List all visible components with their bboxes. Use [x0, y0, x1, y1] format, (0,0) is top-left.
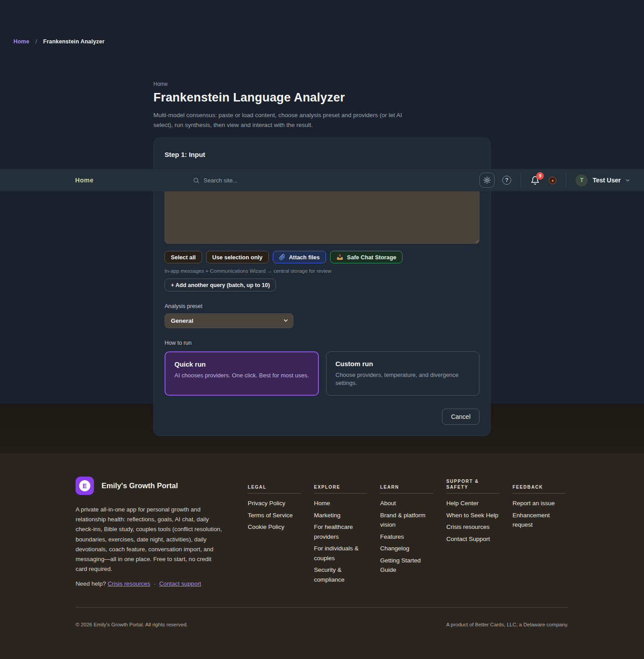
- run-mode-row: Quick run AI chooses providers. One clic…: [165, 351, 479, 396]
- safe-chat-storage-label: Safe Chat Storage: [347, 254, 396, 261]
- crisis-resources-link[interactable]: Crisis resources: [108, 580, 150, 587]
- nav-home-link[interactable]: Home: [75, 177, 93, 184]
- footer-link[interactable]: Cookie Policy: [248, 522, 301, 532]
- sun-icon: [483, 177, 491, 184]
- cancel-button[interactable]: Cancel: [442, 409, 479, 425]
- breadcrumb-separator: /: [35, 38, 37, 45]
- attach-files-label: Attach files: [289, 254, 320, 261]
- main-section: Home / Frankenstein Analyzer Home Franke…: [0, 0, 644, 404]
- use-selection-only-button[interactable]: Use selection only: [206, 251, 269, 263]
- brand-name: Emily's Growth Portal: [102, 482, 178, 490]
- footer-columns: LEGAL Privacy Policy Terms of Service Co…: [248, 477, 566, 587]
- attach-files-button[interactable]: Attach files: [273, 251, 326, 263]
- quick-run-description: AI chooses providers. One click. Best fo…: [174, 372, 309, 380]
- navbar-right: ? 9 ▲ T Test User: [479, 173, 631, 188]
- breadcrumb-current: Frankenstein Analyzer: [43, 38, 105, 45]
- brand-logo-initial: E: [79, 480, 90, 491]
- footer-link[interactable]: Help Center: [446, 498, 500, 508]
- help-icon[interactable]: ?: [502, 176, 511, 185]
- footer-link[interactable]: Report an issue: [513, 498, 566, 508]
- footer-link[interactable]: Contact Support: [446, 534, 500, 544]
- alarm-status-icon[interactable]: ▲: [549, 177, 556, 184]
- search-input[interactable]: [203, 177, 391, 184]
- add-query-label: + Add another query (batch, up to 10): [171, 282, 270, 288]
- footer-column-explore: EXPLORE Home Marketing For healthcare pr…: [314, 477, 367, 587]
- footer-column-feedback: FEEDBACK Report an issue Enhancement req…: [513, 477, 566, 587]
- analysis-preset-wrap: General: [165, 313, 293, 328]
- custom-run-title: Custom run: [335, 360, 470, 368]
- need-help-line: Need help? Crisis resources · Contact su…: [76, 580, 224, 587]
- page-title: Frankenstein Language Analyzer: [153, 91, 491, 105]
- custom-run-description: Choose providers, temperature, and diver…: [335, 371, 470, 387]
- footer-link[interactable]: Security & compliance: [314, 565, 367, 584]
- dot-separator: ·: [154, 580, 156, 587]
- breadcrumb: Home / Frankenstein Analyzer: [13, 38, 105, 45]
- storage-note: In-app messages + Communications Wizard …: [165, 268, 479, 274]
- footer-link[interactable]: Features: [380, 532, 433, 542]
- footer-link[interactable]: Home: [314, 498, 367, 508]
- select-all-label: Select all: [171, 254, 196, 261]
- footer-link[interactable]: Brand & platform vision: [380, 511, 433, 530]
- footer-link[interactable]: For individuals & couples: [314, 544, 367, 563]
- page-eyebrow: Home: [153, 81, 491, 87]
- footer-main: E Emily's Growth Portal A private all-in…: [76, 477, 568, 587]
- user-name: Test User: [593, 177, 621, 184]
- footer-column-learn: LEARN About Brand & platform vision Feat…: [380, 477, 433, 587]
- footer-link[interactable]: When to Seek Help: [446, 511, 500, 520]
- footer-link[interactable]: Crisis resources: [446, 522, 500, 532]
- select-all-button[interactable]: Select all: [165, 251, 202, 263]
- footer-bottom-bar: © 2026 Emily's Growth Portal. All rights…: [76, 622, 568, 627]
- footer-divider: [76, 607, 568, 608]
- how-to-run-label: How to run: [165, 340, 479, 346]
- add-query-button[interactable]: + Add another query (batch, up to 10): [165, 279, 276, 291]
- company-note: A product of Better Cards, LLC, a Delawa…: [446, 622, 568, 627]
- need-help-label: Need help?: [76, 580, 106, 587]
- page-description: Multi-model consensus: paste or load con…: [153, 110, 412, 130]
- card-actions: Cancel: [165, 409, 479, 425]
- analysis-preset-select[interactable]: General: [165, 313, 293, 328]
- footer-link[interactable]: Getting Started Guide: [380, 556, 433, 575]
- notifications-button[interactable]: 9: [530, 176, 540, 185]
- user-avatar[interactable]: T: [576, 174, 588, 186]
- search-icon: [193, 177, 199, 184]
- paperclip-icon: [279, 254, 285, 260]
- safe-chat-storage-button[interactable]: Safe Chat Storage: [330, 251, 402, 263]
- page-content: Home Frankenstein Language Analyzer Mult…: [153, 0, 491, 436]
- footer-heading: LEARN: [380, 484, 399, 490]
- site-footer: E Emily's Growth Portal A private all-in…: [0, 453, 644, 659]
- theme-toggle-button[interactable]: [479, 173, 495, 188]
- footer-brand: E Emily's Growth Portal A private all-in…: [76, 477, 224, 587]
- nav-divider: [521, 173, 521, 188]
- footer-column-legal: LEGAL Privacy Policy Terms of Service Co…: [248, 477, 301, 587]
- step1-title: Step 1: Input: [165, 151, 479, 158]
- footer-heading: FEEDBACK: [513, 484, 543, 490]
- footer-link[interactable]: Enhancement request: [513, 511, 566, 530]
- footer-link[interactable]: Privacy Policy: [248, 498, 301, 508]
- quick-run-option[interactable]: Quick run AI chooses providers. One clic…: [165, 351, 319, 396]
- use-selection-only-label: Use selection only: [212, 254, 263, 261]
- brand-logo-icon: E: [76, 477, 94, 495]
- footer-link[interactable]: Terms of Service: [248, 511, 301, 520]
- site-search: [193, 177, 479, 184]
- footer-heading: SUPPORT & SAFETY: [446, 478, 500, 490]
- footer-link[interactable]: For healthcare providers: [314, 522, 367, 541]
- quick-run-title: Quick run: [174, 360, 309, 368]
- footer-heading: EXPLORE: [314, 484, 340, 490]
- user-menu-chevron-down-icon[interactable]: [625, 177, 631, 183]
- footer-column-support-safety: SUPPORT & SAFETY Help Center When to See…: [446, 477, 500, 587]
- notification-count-badge: 9: [536, 172, 544, 180]
- inbox-tray-icon: [336, 253, 343, 261]
- contact-support-link[interactable]: Contact support: [159, 580, 201, 587]
- nav-divider: [566, 173, 566, 188]
- footer-link[interactable]: Changelog: [380, 544, 433, 553]
- footer-link[interactable]: Marketing: [314, 511, 367, 520]
- custom-run-option[interactable]: Custom run Choose providers, temperature…: [326, 351, 479, 396]
- footer-description: A private all-in-one app for personal gr…: [76, 505, 224, 574]
- analysis-preset-label: Analysis preset: [165, 303, 479, 309]
- footer-heading: LEGAL: [248, 484, 267, 490]
- input-actions-row: Select all Use selection only Attach fil…: [165, 251, 479, 263]
- breadcrumb-home-link[interactable]: Home: [13, 38, 30, 45]
- top-navbar: Home ?: [0, 169, 644, 191]
- copyright-text: © 2026 Emily's Growth Portal. All rights…: [76, 622, 188, 627]
- footer-link[interactable]: About: [380, 498, 433, 508]
